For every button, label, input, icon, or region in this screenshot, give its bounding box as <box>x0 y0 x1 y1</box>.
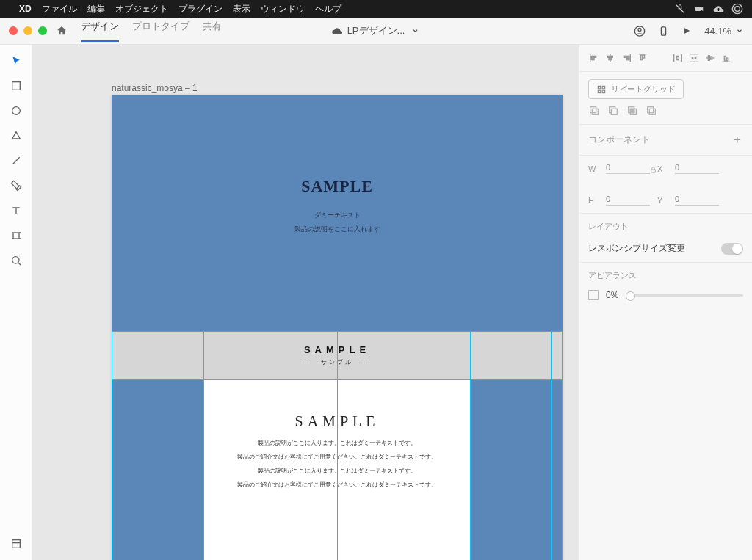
zoom-control[interactable]: 44.1% <box>704 26 743 37</box>
tool-pen[interactable] <box>10 180 22 192</box>
x-field[interactable] <box>675 163 719 174</box>
align-middle-icon[interactable] <box>704 52 716 64</box>
desktop-preview-icon[interactable] <box>681 25 693 37</box>
y-field[interactable] <box>675 194 719 206</box>
svg-line-13 <box>18 263 20 265</box>
svg-rect-30 <box>677 56 679 59</box>
align-top-icon[interactable] <box>637 52 648 64</box>
svg-rect-1 <box>695 7 701 11</box>
menu-plugin[interactable]: プラグイン <box>178 3 223 15</box>
svg-rect-8 <box>12 82 20 90</box>
menu-object[interactable]: オブジェクト <box>115 3 168 15</box>
component-header: コンポーネント ＋ <box>579 125 752 156</box>
align-center-h-icon[interactable] <box>604 52 616 64</box>
property-panel: リピートグリッド コンポーネント ＋ W X H Y <box>579 45 752 560</box>
w-label: W <box>588 164 599 173</box>
svg-rect-47 <box>611 109 617 114</box>
tool-polygon[interactable] <box>10 130 22 142</box>
chevron-down-icon <box>736 27 743 34</box>
h-label: H <box>588 196 599 205</box>
y-label: Y <box>657 196 668 205</box>
pathop-subtract-icon[interactable] <box>607 105 619 117</box>
menu-edit[interactable]: 編集 <box>87 3 105 15</box>
tool-assets[interactable] <box>10 538 22 550</box>
mode-share[interactable]: 共有 <box>203 20 222 42</box>
window-zoom-button[interactable] <box>38 26 47 35</box>
opacity-slider[interactable] <box>626 294 743 297</box>
svg-rect-53 <box>651 170 656 172</box>
guide-horizontal[interactable] <box>112 331 563 332</box>
mode-prototype[interactable]: プロトタイプ <box>132 20 189 42</box>
tool-line[interactable] <box>10 155 22 167</box>
distribute-h-icon[interactable] <box>672 52 684 64</box>
appearance-title: アピアランス <box>588 270 743 281</box>
canvas[interactable]: naturassic_mosya – 1 SAMPLE ダミーテキスト 製品の説… <box>32 45 579 560</box>
align-bottom-icon[interactable] <box>720 52 732 64</box>
svg-rect-42 <box>598 90 601 93</box>
menu-help[interactable]: ヘルプ <box>315 3 341 15</box>
tool-rectangle[interactable] <box>10 80 22 92</box>
align-right-icon[interactable] <box>621 52 632 64</box>
menu-view[interactable]: 表示 <box>233 3 250 15</box>
pathop-union-icon[interactable] <box>588 105 600 117</box>
tool-text[interactable] <box>10 205 22 217</box>
user-icon[interactable] <box>634 25 646 37</box>
responsive-toggle[interactable] <box>721 243 743 255</box>
svg-rect-45 <box>592 109 598 114</box>
status-cloud-upload-icon[interactable] <box>712 3 724 15</box>
mode-switcher: デザイン プロトタイプ 共有 <box>81 20 222 42</box>
section-2-right-image <box>471 379 563 560</box>
appearance-row: アピアランス 0% <box>579 263 752 308</box>
tool-ellipse[interactable] <box>10 105 22 117</box>
guide-horizontal[interactable] <box>112 379 563 380</box>
status-camera-icon[interactable] <box>693 3 705 15</box>
artboard[interactable]: SAMPLE ダミーテキスト 製品の説明をここに入れます SAMPLE — サン… <box>112 95 563 560</box>
lock-aspect-icon[interactable] <box>649 166 657 174</box>
tool-zoom[interactable] <box>10 255 22 266</box>
svg-rect-44 <box>590 107 596 113</box>
window-close-button[interactable] <box>9 26 18 35</box>
artboard-label[interactable]: naturassic_mosya – 1 <box>112 83 198 93</box>
window-minimize-button[interactable] <box>24 26 32 35</box>
svg-rect-18 <box>591 59 594 60</box>
home-icon[interactable] <box>56 25 68 37</box>
hero-subtitle-2: 製品の説明をここに入れます <box>294 225 380 234</box>
menu-window[interactable]: ウィンドウ <box>261 3 305 15</box>
svg-rect-39 <box>727 58 728 61</box>
repeat-grid-label: リピートグリッド <box>611 84 676 95</box>
add-component-button[interactable]: ＋ <box>731 132 743 148</box>
distribute-v-icon[interactable] <box>688 52 700 64</box>
svg-rect-38 <box>724 56 726 61</box>
repeat-grid-button[interactable]: リピートグリッド <box>588 79 684 99</box>
status-cc-icon[interactable] <box>731 3 743 15</box>
document-title[interactable]: LPデザイン... <box>331 24 422 37</box>
hero-title: SAMPLE <box>294 177 380 196</box>
menubar-appname[interactable]: XD <box>19 4 32 14</box>
height-field[interactable] <box>606 194 650 206</box>
menu-file[interactable]: ファイル <box>42 3 77 15</box>
pathop-exclude-icon[interactable] <box>646 105 657 117</box>
svg-rect-27 <box>643 55 645 58</box>
cloud-icon <box>331 25 343 37</box>
blend-mode-icon[interactable] <box>588 290 599 300</box>
app-topbar: デザイン プロトタイプ 共有 LPデザイン... 44.1% <box>0 18 752 45</box>
svg-point-3 <box>732 4 742 13</box>
svg-rect-14 <box>12 540 20 548</box>
pathop-intersect-icon[interactable] <box>626 105 638 117</box>
svg-rect-51 <box>648 107 654 113</box>
svg-point-5 <box>638 28 641 31</box>
svg-point-12 <box>12 257 18 263</box>
svg-rect-40 <box>598 86 601 89</box>
tool-artboard[interactable] <box>10 230 22 241</box>
align-left-icon[interactable] <box>588 52 600 64</box>
mode-design[interactable]: デザイン <box>81 20 119 42</box>
svg-rect-33 <box>692 57 695 59</box>
chevron-down-icon <box>409 25 421 37</box>
svg-rect-11 <box>13 233 19 239</box>
mobile-preview-icon[interactable] <box>657 25 669 37</box>
svg-point-2 <box>735 7 740 12</box>
width-field[interactable] <box>606 163 650 174</box>
document-title-text: LPデザイン... <box>347 24 405 37</box>
tool-select[interactable] <box>10 55 22 67</box>
component-label: コンポーネント <box>588 134 650 146</box>
